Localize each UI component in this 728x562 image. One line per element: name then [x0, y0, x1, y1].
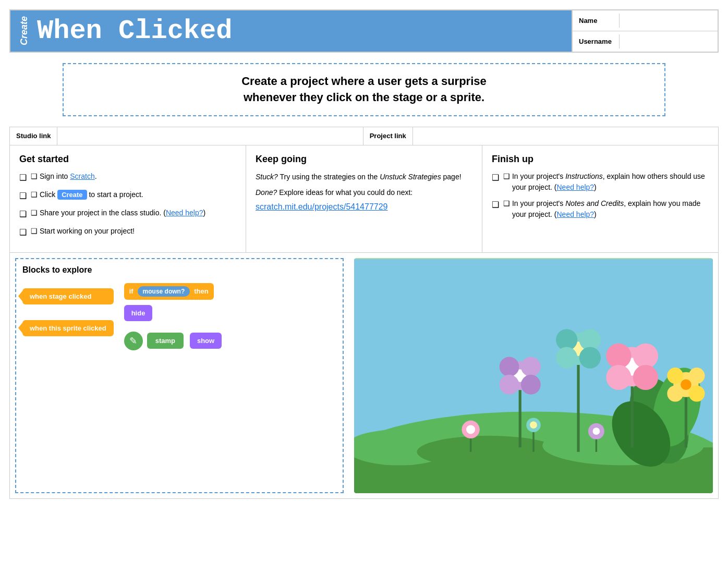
page-title: When Clicked — [37, 16, 232, 46]
checkbox-icon: ❑ — [31, 189, 40, 200]
keep-going-link: scratch.mit.edu/projects/541477729 — [256, 202, 472, 212]
blocks-panel: Blocks to explore when stage clicked whe… — [15, 258, 344, 493]
list-item: ❑ Click Create to start a project. — [19, 189, 236, 202]
checkbox-icon: ❑ — [31, 226, 40, 237]
project-link-label: Project link — [363, 127, 413, 145]
need-help-link-1[interactable]: Need help? — [166, 209, 203, 217]
keep-going-col: Keep going Stuck? Try using the strategi… — [246, 145, 482, 252]
svg-point-26 — [521, 374, 541, 394]
svg-point-13 — [606, 365, 631, 390]
garden-image — [354, 258, 713, 493]
blocks-content: when stage clicked when this sprite clic… — [22, 283, 336, 350]
svg-point-31 — [667, 385, 683, 401]
svg-point-32 — [689, 385, 705, 401]
finish-up-title: Finish up — [492, 154, 709, 165]
description-box: Create a project where a user gets a sur… — [63, 63, 665, 116]
svg-point-36 — [530, 421, 537, 429]
keep-going-para2: Done? Explore ideas for what you could d… — [256, 187, 472, 198]
list-item: ❑ Start working on your project! — [19, 226, 236, 239]
name-label: Name — [573, 14, 620, 28]
keep-going-para1: Stuck? Try using the strategies on the U… — [256, 171, 472, 182]
blocks-right: if mouse down? then hide ✎ stamp show — [124, 283, 336, 350]
studio-link-input[interactable] — [57, 127, 362, 145]
get-started-col: Get started ❑ Sign into Scratch. ❑ Click… — [10, 145, 246, 252]
finish-up-list: ❑ In your project's Instructions, explai… — [492, 171, 709, 220]
columns: Get started ❑ Sign into Scratch. ❑ Click… — [9, 145, 719, 253]
then-label: then — [194, 287, 208, 295]
show-block[interactable]: show — [190, 333, 222, 349]
username-field-row: Username — [573, 31, 718, 52]
svg-point-34 — [466, 425, 475, 434]
list-item: ❑ In your project's Notes and Credits, e… — [492, 198, 709, 220]
need-help-link-2[interactable]: Need help? — [556, 183, 594, 191]
stamp-block[interactable]: stamp — [147, 333, 184, 349]
links-bar: Studio link Project link — [9, 127, 719, 145]
svg-point-38 — [593, 427, 600, 435]
get-started-list: ❑ Sign into Scratch. ❑ Click Create to s… — [19, 171, 236, 239]
header-left: Create When Clicked — [10, 10, 572, 52]
header-right: Name Username — [572, 10, 718, 52]
list-item: ❑ Share your project in the class studio… — [19, 207, 236, 221]
name-input[interactable] — [620, 10, 718, 31]
when-sprite-clicked-block[interactable]: when this sprite clicked — [22, 320, 114, 336]
svg-point-28 — [681, 379, 691, 390]
svg-point-20 — [579, 347, 601, 368]
checkbox-icon: ❑ — [31, 207, 40, 218]
create-button[interactable]: Create — [57, 190, 87, 200]
scratch-link[interactable]: Scratch — [70, 172, 94, 180]
create-label: Create — [19, 16, 30, 45]
garden-background — [354, 258, 713, 493]
name-field-row: Name — [573, 10, 718, 31]
blocks-title: Blocks to explore — [22, 265, 336, 275]
checkbox-icon: ❑ — [31, 171, 40, 182]
garden-svg — [354, 258, 713, 493]
finish-up-col: Finish up ❑ In your project's Instructio… — [482, 145, 718, 252]
studio-link-label: Studio link — [10, 127, 57, 145]
svg-point-29 — [667, 368, 683, 384]
svg-point-19 — [556, 347, 577, 368]
svg-point-4 — [417, 435, 560, 468]
checkbox-icon: ❑ — [503, 171, 512, 182]
svg-point-12 — [633, 343, 658, 368]
svg-point-30 — [689, 368, 705, 384]
page-header: Create When Clicked Name Username — [9, 9, 719, 53]
stamp-group: ✎ stamp — [124, 332, 184, 350]
if-condition: mouse down? — [138, 286, 190, 297]
checkbox-icon: ❑ — [503, 198, 512, 209]
if-block[interactable]: if mouse down? then — [124, 283, 214, 300]
svg-point-23 — [500, 357, 519, 376]
svg-point-25 — [500, 374, 519, 394]
if-label: if — [129, 287, 134, 295]
username-label: Username — [573, 34, 620, 48]
list-item: ❑ In your project's Instructions, explai… — [492, 171, 709, 193]
keep-going-title: Keep going — [256, 154, 472, 165]
project-link-input[interactable] — [413, 127, 718, 145]
list-item: ❑ Sign into Scratch. — [19, 171, 236, 184]
svg-point-11 — [606, 343, 631, 368]
svg-point-14 — [633, 365, 658, 390]
when-stage-clicked-block[interactable]: when stage clicked — [22, 288, 114, 304]
svg-point-24 — [521, 357, 541, 376]
bottom-section: Blocks to explore when stage clicked whe… — [9, 253, 719, 499]
stamp-row: ✎ stamp show — [124, 332, 222, 350]
stamp-icon: ✎ — [124, 332, 143, 350]
hide-block[interactable]: hide — [124, 305, 153, 321]
blocks-left: when stage clicked when this sprite clic… — [22, 288, 114, 336]
description-text: Create a project where a user gets a sur… — [79, 74, 649, 106]
get-started-title: Get started — [19, 154, 236, 165]
username-input[interactable] — [620, 31, 718, 52]
scratch-project-link[interactable]: scratch.mit.edu/projects/541477729 — [256, 202, 387, 211]
need-help-link-3[interactable]: Need help? — [556, 210, 594, 218]
